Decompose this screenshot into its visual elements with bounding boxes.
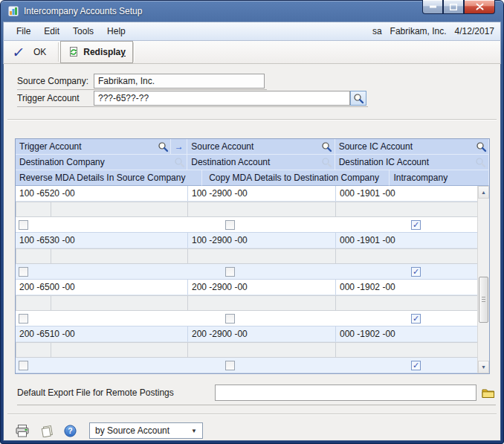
- source-account-cell[interactable]: 100 -2900 -00: [188, 233, 336, 248]
- intracompany-checkbox[interactable]: ✓: [411, 267, 421, 277]
- magnifier-disabled-icon: [174, 157, 185, 168]
- options-sub-row: ✓: [16, 217, 479, 233]
- menu-edit[interactable]: Edit: [37, 22, 66, 40]
- source-account-column-lookup-button[interactable]: [320, 141, 335, 152]
- copy-mda-checkbox[interactable]: [225, 361, 235, 370]
- scroll-down-button[interactable]: ▼: [478, 361, 489, 373]
- ok-button[interactable]: ✓ OK: [10, 41, 58, 63]
- source-account-cell[interactable]: 100 -2900 -00: [188, 186, 336, 202]
- destination-account-cell[interactable]: [188, 295, 336, 311]
- destination-ic-account-cell[interactable]: [336, 202, 479, 217]
- source-account-column-header[interactable]: Source Account: [187, 139, 335, 155]
- destination-company-id-cell[interactable]: [16, 295, 51, 311]
- menu-tools[interactable]: Tools: [66, 22, 100, 40]
- source-ic-account-cell[interactable]: 000 -1901 -00: [336, 233, 479, 248]
- scroll-up-button[interactable]: ▲: [478, 186, 489, 199]
- status-company: Fabrikam, Inc.: [390, 26, 447, 36]
- export-file-browse-button[interactable]: [481, 386, 496, 399]
- intracompany-checkbox[interactable]: ✓: [411, 361, 421, 370]
- intracompany-checkbox[interactable]: ✓: [411, 220, 421, 230]
- reverse-mda-checkbox[interactable]: [19, 361, 28, 370]
- trigger-account-lookup-button[interactable]: [350, 91, 366, 106]
- trigger-account-input[interactable]: [94, 91, 350, 106]
- separator: [7, 414, 497, 414]
- reverse-mda-checkbox[interactable]: [19, 267, 28, 277]
- trigger-account-cell[interactable]: 200 -6510 -00: [16, 326, 188, 342]
- titlebar[interactable]: Intercompany Accounts Setup: [3, 1, 501, 22]
- sort-by-dropdown[interactable]: by Source Account ▼: [89, 422, 203, 439]
- copy-mda-checkbox[interactable]: [225, 220, 235, 230]
- source-company-row: Source Company: Fabrikam, Inc.: [17, 73, 267, 90]
- destination-company-id-cell[interactable]: [16, 248, 51, 264]
- trigger-account-column-header[interactable]: Trigger Account: [16, 139, 171, 155]
- options-sub-row: ✓: [16, 264, 479, 280]
- grid-header-row-2: Destination Company Destination Account …: [16, 155, 489, 170]
- destination-company-name-cell[interactable]: [51, 342, 188, 358]
- destination-account-cell[interactable]: [188, 202, 336, 217]
- source-ic-account-column-header[interactable]: Source IC Account: [335, 139, 489, 155]
- destination-company-name-cell[interactable]: [51, 295, 188, 311]
- destination-sub-row: [16, 202, 479, 217]
- minimize-button[interactable]: [422, 0, 443, 14]
- toolbar-separator: [133, 42, 134, 62]
- destination-account-cell[interactable]: [188, 248, 336, 264]
- trigger-account-cell[interactable]: 200 -6500 -00: [16, 280, 188, 295]
- destination-sub-row: [16, 248, 479, 264]
- trigger-account-cell[interactable]: 100 -6520 -00: [16, 186, 188, 202]
- magnifier-disabled-icon: [321, 157, 332, 168]
- account-sub-row: 100 -6520 -00 100 -2900 -00 000 -1901 -0…: [16, 186, 479, 202]
- folder-icon: [482, 387, 495, 399]
- copy-mda-column-header: Copy MDA Details to Destination Company: [202, 170, 390, 186]
- menu-help[interactable]: Help: [100, 22, 132, 40]
- grid-header-row-3: Reverse MDA Details In Source Company Co…: [16, 170, 489, 186]
- vertical-scrollbar[interactable]: ▲ ▼: [477, 186, 489, 373]
- menu-file[interactable]: File: [10, 22, 37, 40]
- source-ic-account-column-lookup-button[interactable]: [474, 141, 488, 152]
- source-ic-account-cell[interactable]: 000 -1902 -00: [336, 280, 479, 295]
- magnifier-icon: [158, 141, 169, 152]
- destination-ic-account-cell[interactable]: [336, 248, 479, 264]
- export-file-input[interactable]: [215, 385, 476, 401]
- maximize-icon: [450, 4, 457, 10]
- redisplay-button[interactable]: Redisplay: [60, 41, 133, 63]
- client-area: Source Company: Fabrikam, Inc. Trigger A…: [3, 64, 501, 441]
- source-account-cell[interactable]: 200 -2900 -00: [188, 280, 336, 295]
- destination-company-name-cell[interactable]: [51, 248, 188, 264]
- destination-ic-account-cell[interactable]: [336, 342, 479, 358]
- export-file-label: Default Export File for Remote Postings: [17, 387, 215, 398]
- account-sub-row: 100 -6530 -00 100 -2900 -00 000 -1901 -0…: [16, 233, 479, 248]
- source-account-cell[interactable]: 200 -2900 -00: [188, 326, 336, 342]
- destination-company-id-cell[interactable]: [16, 342, 51, 358]
- copy-mda-checkbox[interactable]: [225, 267, 235, 277]
- maximize-button[interactable]: [443, 0, 464, 14]
- reverse-mda-checkbox[interactable]: [19, 220, 28, 230]
- reverse-mda-checkbox[interactable]: [19, 314, 28, 324]
- sort-by-value: by Source Account: [95, 425, 169, 436]
- menubar: File Edit Tools Help sa Fabrikam, Inc. 4…: [3, 22, 501, 41]
- trigger-account-cell[interactable]: 100 -6530 -00: [16, 233, 188, 248]
- help-button[interactable]: ?: [64, 425, 77, 437]
- copy-mda-checkbox[interactable]: [225, 314, 235, 324]
- destination-sub-row: [16, 342, 479, 358]
- toolbar: ✓ OK Redisplay: [3, 41, 501, 64]
- destination-ic-account-column-header: Destination IC Account: [335, 155, 489, 170]
- scrollbar-thumb[interactable]: [479, 277, 488, 323]
- destination-ic-account-cell[interactable]: [336, 295, 479, 311]
- intracompany-checkbox[interactable]: ✓: [411, 314, 421, 324]
- session-status: sa Fabrikam, Inc. 4/12/2017: [364, 26, 494, 36]
- redisplay-button-label: Redisplay: [83, 47, 126, 57]
- close-button[interactable]: [464, 0, 495, 14]
- destination-company-id-cell[interactable]: [16, 202, 51, 217]
- destination-company-name-cell[interactable]: [51, 202, 188, 217]
- destination-sub-row: [16, 295, 479, 311]
- trigger-account-column-lookup-button[interactable]: [155, 141, 170, 152]
- options-sub-row: ✓: [16, 358, 479, 373]
- account-sub-row: 200 -6500 -00 200 -2900 -00 000 -1902 -0…: [16, 280, 479, 295]
- destination-account-cell[interactable]: [188, 342, 336, 358]
- print-button[interactable]: [16, 425, 30, 437]
- notes-button[interactable]: [40, 425, 54, 437]
- grid-record: 100 -6530 -00 100 -2900 -00 000 -1901 -0…: [16, 233, 479, 280]
- source-ic-account-cell[interactable]: 000 -1901 -00: [336, 186, 479, 202]
- window-title: Intercompany Accounts Setup: [24, 6, 142, 16]
- source-ic-account-cell[interactable]: 000 -1902 -00: [336, 326, 479, 342]
